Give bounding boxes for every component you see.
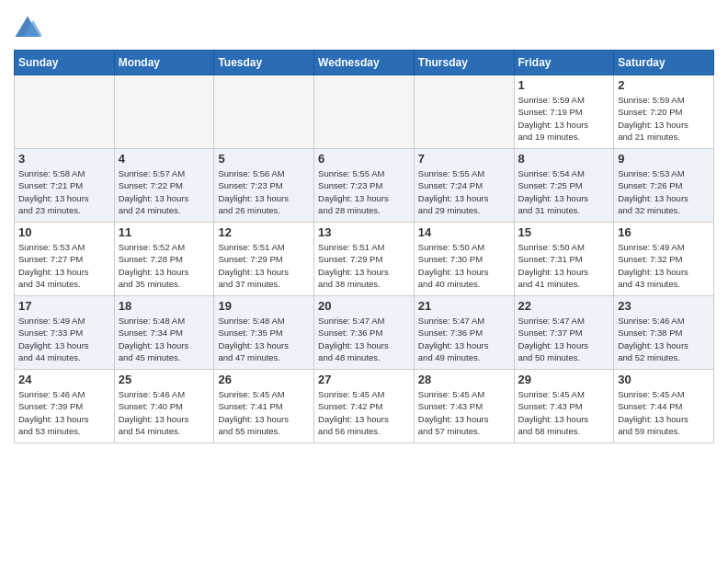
day-number: 2: [618, 78, 710, 92]
day-number: 25: [119, 373, 210, 386]
day-number: 29: [518, 373, 610, 386]
calendar-week-5: 24Sunrise: 5:46 AMSunset: 7:39 PMDayligh…: [15, 370, 714, 443]
calendar-cell: 12Sunrise: 5:51 AMSunset: 7:29 PMDayligh…: [214, 223, 314, 296]
day-number: 4: [119, 152, 210, 166]
day-number: 8: [518, 152, 610, 166]
calendar-table: SundayMondayTuesdayWednesdayThursdayFrid…: [14, 50, 714, 443]
day-number: 15: [518, 225, 610, 239]
day-info: Sunrise: 5:46 AMSunset: 7:39 PMDaylight:…: [18, 388, 110, 437]
calendar-cell: 5Sunrise: 5:56 AMSunset: 7:23 PMDaylight…: [214, 149, 314, 223]
calendar-cell: 27Sunrise: 5:45 AMSunset: 7:42 PMDayligh…: [314, 370, 415, 443]
day-number: 19: [218, 299, 310, 313]
day-number: 1: [518, 78, 610, 92]
calendar-cell: 23Sunrise: 5:46 AMSunset: 7:38 PMDayligh…: [614, 296, 714, 370]
calendar-cell: 28Sunrise: 5:45 AMSunset: 7:43 PMDayligh…: [414, 370, 514, 443]
calendar-week-3: 10Sunrise: 5:53 AMSunset: 7:27 PMDayligh…: [15, 223, 714, 296]
calendar-cell: 3Sunrise: 5:58 AMSunset: 7:21 PMDaylight…: [15, 149, 115, 223]
day-info: Sunrise: 5:45 AMSunset: 7:43 PMDaylight:…: [518, 388, 610, 437]
weekday-header-row: SundayMondayTuesdayWednesdayThursdayFrid…: [15, 51, 714, 75]
calendar-cell: 24Sunrise: 5:46 AMSunset: 7:39 PMDayligh…: [15, 370, 115, 443]
calendar-cell: 16Sunrise: 5:49 AMSunset: 7:32 PMDayligh…: [614, 223, 714, 296]
calendar-cell: 18Sunrise: 5:48 AMSunset: 7:34 PMDayligh…: [114, 296, 214, 370]
day-number: 13: [318, 225, 410, 239]
day-info: Sunrise: 5:49 AMSunset: 7:33 PMDaylight:…: [18, 315, 110, 363]
calendar-cell: 26Sunrise: 5:45 AMSunset: 7:41 PMDayligh…: [214, 370, 314, 443]
calendar-cell: 4Sunrise: 5:57 AMSunset: 7:22 PMDaylight…: [114, 149, 214, 223]
calendar-cell: 29Sunrise: 5:45 AMSunset: 7:43 PMDayligh…: [514, 370, 614, 443]
day-number: 18: [119, 299, 210, 313]
day-info: Sunrise: 5:50 AMSunset: 7:30 PMDaylight:…: [418, 241, 510, 290]
day-info: Sunrise: 5:53 AMSunset: 7:26 PMDaylight:…: [618, 167, 710, 216]
calendar-cell: 19Sunrise: 5:48 AMSunset: 7:35 PMDayligh…: [214, 296, 314, 370]
calendar-week-1: 1Sunrise: 5:59 AMSunset: 7:19 PMDaylight…: [15, 75, 714, 149]
day-info: Sunrise: 5:57 AMSunset: 7:22 PMDaylight:…: [119, 167, 210, 216]
day-number: 7: [418, 152, 510, 166]
calendar-cell: [414, 75, 514, 149]
calendar-cell: [114, 75, 214, 149]
day-info: Sunrise: 5:50 AMSunset: 7:31 PMDaylight:…: [518, 241, 610, 290]
day-info: Sunrise: 5:55 AMSunset: 7:23 PMDaylight:…: [318, 167, 410, 216]
weekday-header-sunday: Sunday: [15, 51, 115, 75]
weekday-header-friday: Friday: [514, 51, 614, 75]
day-number: 10: [18, 225, 110, 239]
calendar-cell: 8Sunrise: 5:54 AMSunset: 7:25 PMDaylight…: [514, 149, 614, 223]
calendar-cell: [214, 75, 314, 149]
weekday-header-wednesday: Wednesday: [314, 51, 415, 75]
day-number: 30: [618, 373, 710, 386]
day-info: Sunrise: 5:47 AMSunset: 7:36 PMDaylight:…: [318, 315, 410, 363]
day-info: Sunrise: 5:59 AMSunset: 7:20 PMDaylight:…: [618, 94, 710, 143]
day-info: Sunrise: 5:51 AMSunset: 7:29 PMDaylight:…: [318, 241, 410, 290]
day-number: 3: [18, 152, 110, 166]
day-info: Sunrise: 5:45 AMSunset: 7:44 PMDaylight:…: [618, 388, 710, 437]
calendar-cell: 13Sunrise: 5:51 AMSunset: 7:29 PMDayligh…: [314, 223, 415, 296]
day-number: 26: [218, 373, 310, 386]
day-info: Sunrise: 5:53 AMSunset: 7:27 PMDaylight:…: [18, 241, 110, 290]
calendar-cell: 9Sunrise: 5:53 AMSunset: 7:26 PMDaylight…: [614, 149, 714, 223]
calendar-week-2: 3Sunrise: 5:58 AMSunset: 7:21 PMDaylight…: [15, 149, 714, 223]
calendar-cell: 22Sunrise: 5:47 AMSunset: 7:37 PMDayligh…: [514, 296, 614, 370]
day-info: Sunrise: 5:59 AMSunset: 7:19 PMDaylight:…: [518, 94, 610, 143]
calendar-cell: 21Sunrise: 5:47 AMSunset: 7:36 PMDayligh…: [414, 296, 514, 370]
day-info: Sunrise: 5:55 AMSunset: 7:24 PMDaylight:…: [418, 167, 510, 216]
day-info: Sunrise: 5:56 AMSunset: 7:23 PMDaylight:…: [218, 167, 310, 216]
day-info: Sunrise: 5:49 AMSunset: 7:32 PMDaylight:…: [618, 241, 710, 290]
calendar-cell: 17Sunrise: 5:49 AMSunset: 7:33 PMDayligh…: [15, 296, 115, 370]
day-number: 21: [418, 299, 510, 313]
day-info: Sunrise: 5:46 AMSunset: 7:40 PMDaylight:…: [119, 388, 210, 437]
logo-icon: [14, 15, 41, 42]
day-info: Sunrise: 5:47 AMSunset: 7:36 PMDaylight:…: [418, 315, 510, 363]
calendar-cell: [15, 75, 115, 149]
day-number: 17: [18, 299, 110, 313]
calendar-cell: 20Sunrise: 5:47 AMSunset: 7:36 PMDayligh…: [314, 296, 415, 370]
calendar-cell: 25Sunrise: 5:46 AMSunset: 7:40 PMDayligh…: [114, 370, 214, 443]
day-number: 16: [618, 225, 710, 239]
day-info: Sunrise: 5:52 AMSunset: 7:28 PMDaylight:…: [119, 241, 210, 290]
day-info: Sunrise: 5:45 AMSunset: 7:43 PMDaylight:…: [418, 388, 510, 437]
day-number: 22: [518, 299, 610, 313]
day-number: 5: [218, 152, 310, 166]
calendar-week-4: 17Sunrise: 5:49 AMSunset: 7:33 PMDayligh…: [15, 296, 714, 370]
day-number: 11: [119, 225, 210, 239]
day-number: 20: [318, 299, 410, 313]
day-info: Sunrise: 5:48 AMSunset: 7:35 PMDaylight:…: [218, 315, 310, 363]
day-info: Sunrise: 5:45 AMSunset: 7:41 PMDaylight:…: [218, 388, 310, 437]
calendar-cell: 10Sunrise: 5:53 AMSunset: 7:27 PMDayligh…: [15, 223, 115, 296]
day-info: Sunrise: 5:58 AMSunset: 7:21 PMDaylight:…: [18, 167, 110, 216]
weekday-header-monday: Monday: [114, 51, 214, 75]
day-info: Sunrise: 5:46 AMSunset: 7:38 PMDaylight:…: [618, 315, 710, 363]
day-number: 24: [18, 373, 110, 386]
calendar-cell: 11Sunrise: 5:52 AMSunset: 7:28 PMDayligh…: [114, 223, 214, 296]
weekday-header-saturday: Saturday: [614, 51, 714, 75]
day-info: Sunrise: 5:48 AMSunset: 7:34 PMDaylight:…: [119, 315, 210, 363]
calendar-cell: 14Sunrise: 5:50 AMSunset: 7:30 PMDayligh…: [414, 223, 514, 296]
day-number: 6: [318, 152, 410, 166]
calendar-cell: 1Sunrise: 5:59 AMSunset: 7:19 PMDaylight…: [514, 75, 614, 149]
calendar-cell: 15Sunrise: 5:50 AMSunset: 7:31 PMDayligh…: [514, 223, 614, 296]
day-number: 14: [418, 225, 510, 239]
logo: [14, 15, 45, 42]
calendar-cell: 30Sunrise: 5:45 AMSunset: 7:44 PMDayligh…: [614, 370, 714, 443]
day-number: 9: [618, 152, 710, 166]
day-number: 27: [318, 373, 410, 386]
day-info: Sunrise: 5:47 AMSunset: 7:37 PMDaylight:…: [518, 315, 610, 363]
day-number: 23: [618, 299, 710, 313]
